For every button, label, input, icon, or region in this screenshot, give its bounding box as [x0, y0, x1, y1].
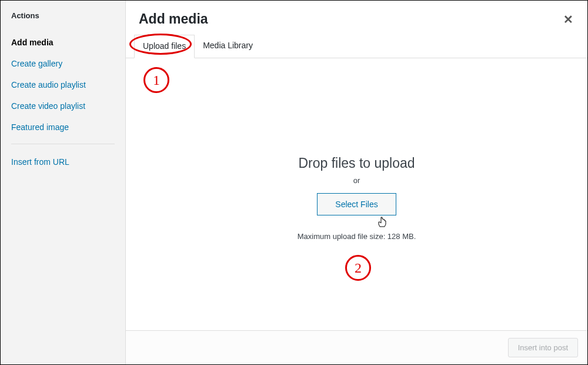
select-files-button[interactable]: Select Files	[317, 193, 396, 215]
insert-into-post-button[interactable]: Insert into post	[508, 338, 578, 357]
actions-sidebar: Actions Add media Create gallery Create …	[1, 1, 126, 364]
drop-files-title: Drop files to upload	[298, 155, 415, 171]
sidebar-item-create-video-playlist[interactable]: Create video playlist	[11, 95, 115, 117]
sidebar-item-create-audio-playlist[interactable]: Create audio playlist	[11, 74, 115, 95]
tab-media-library[interactable]: Media Library	[195, 35, 261, 58]
sidebar-title: Actions	[11, 11, 115, 20]
main-panel: Add media ✕ Upload files Media Library D…	[126, 1, 587, 364]
or-text: or	[353, 176, 360, 185]
sidebar-item-add-media[interactable]: Add media	[11, 32, 115, 53]
sidebar-divider	[11, 144, 115, 144]
footer-toolbar: Insert into post	[126, 330, 587, 364]
page-title: Add media	[139, 11, 208, 27]
sidebar-item-insert-from-url[interactable]: Insert from URL	[11, 151, 115, 172]
sidebar-item-featured-image[interactable]: Featured image	[11, 117, 115, 138]
close-icon[interactable]: ✕	[562, 11, 574, 28]
tabs-bar: Upload files Media Library	[126, 35, 587, 58]
upload-area[interactable]: Drop files to upload or Select Files Max…	[126, 58, 587, 364]
max-upload-text: Maximum upload file size: 128 MB.	[298, 232, 416, 241]
sidebar-item-create-gallery[interactable]: Create gallery	[11, 53, 115, 74]
tab-upload-files[interactable]: Upload files	[134, 35, 195, 58]
